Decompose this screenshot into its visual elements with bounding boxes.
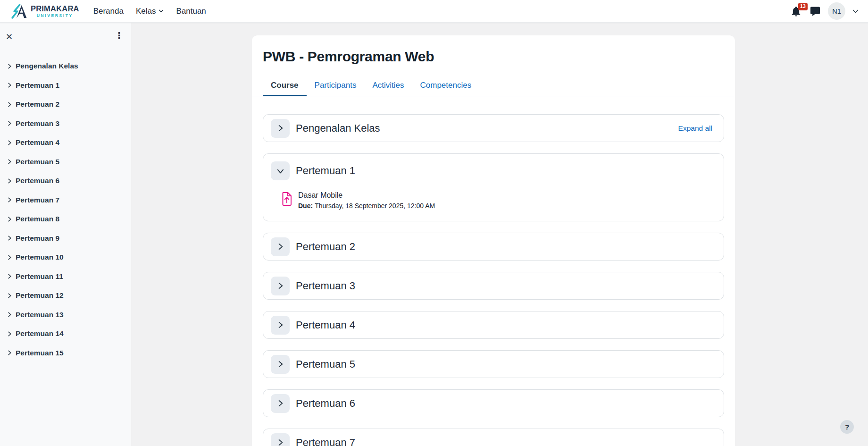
- tab-participants[interactable]: Participants: [307, 76, 365, 96]
- chevron-right-icon: [8, 83, 12, 88]
- collapse-toggle-chevron-right-icon[interactable]: [271, 394, 290, 413]
- sidebar-item-label: Pertemuan 2: [16, 100, 59, 109]
- nav-item-label: Beranda: [93, 7, 124, 16]
- user-menu-chevron-down-icon[interactable]: [852, 9, 859, 13]
- section-title[interactable]: Pertemuan 5: [296, 358, 355, 370]
- brand-logo[interactable]: PRIMAKARA UNIVERSITY: [10, 3, 79, 19]
- sidebar-item-pertemuan-10[interactable]: Pertemuan 10: [8, 252, 127, 263]
- collapse-toggle-chevron-right-icon[interactable]: [271, 277, 290, 295]
- sidebar-item-pertemuan-3[interactable]: Pertemuan 3: [8, 118, 127, 129]
- sidebar-item-pertemuan-5[interactable]: Pertemuan 5: [8, 156, 127, 168]
- chevron-right-icon: [8, 64, 12, 69]
- section-title[interactable]: Pertemuan 3: [296, 280, 355, 292]
- help-button[interactable]: ?: [840, 420, 854, 434]
- sidebar-item-label: Pertemuan 11: [16, 272, 63, 281]
- section-card-pertemuan-3: Pertemuan 3: [263, 272, 724, 300]
- collapse-toggle-chevron-down-icon[interactable]: [271, 161, 290, 180]
- chevron-right-icon: [8, 350, 12, 355]
- sidebar-item-label: Pertemuan 6: [16, 177, 59, 185]
- section-header: Pertemuan 6: [263, 390, 724, 417]
- chevron-right-icon: [8, 274, 12, 279]
- sidebar-item-pertemuan-13[interactable]: Pertemuan 13: [8, 309, 127, 320]
- sidebar-item-pertemuan-14[interactable]: Pertemuan 14: [8, 328, 127, 339]
- tab-activities[interactable]: Activities: [364, 76, 412, 96]
- course-tabs: Course Participants Activities Competenc…: [252, 76, 735, 96]
- chevron-right-icon: [8, 331, 12, 337]
- nav-item-bantuan[interactable]: Bantuan: [176, 7, 206, 16]
- chevron-right-icon: [8, 121, 12, 126]
- section-card-pertemuan-2: Pertemuan 2: [263, 233, 724, 261]
- chevron-right-icon: [8, 293, 12, 298]
- course-main-panel: PWB - Pemrograman Web Course Participant…: [252, 35, 735, 446]
- nav-item-label: Kelas: [136, 7, 156, 16]
- chat-bubble-icon: [810, 6, 821, 17]
- chevron-right-icon: [8, 197, 12, 202]
- collapse-toggle-chevron-right-icon[interactable]: [271, 355, 290, 374]
- user-avatar[interactable]: N1: [828, 2, 845, 20]
- activity-link[interactable]: Dasar Mobile: [298, 191, 435, 200]
- chevron-right-icon: [8, 217, 12, 222]
- course-header: PWB - Pemrograman Web: [252, 35, 735, 65]
- section-header: Pertemuan 2: [263, 233, 724, 260]
- sidebar-item-pertemuan-4[interactable]: Pertemuan 4: [8, 137, 127, 148]
- sidebar-item-pengenalan-kelas[interactable]: Pengenalan Kelas: [8, 60, 127, 72]
- activity-text: Dasar Mobile Due:Thursday, 18 September …: [298, 191, 435, 210]
- chevron-down-icon: [159, 9, 164, 13]
- sidebar-item-label: Pertemuan 9: [16, 234, 59, 243]
- notifications-button[interactable]: 13: [790, 5, 802, 17]
- sidebar-item-pertemuan-15[interactable]: Pertemuan 15: [8, 347, 127, 359]
- sidebar-item-label: Pertemuan 14: [16, 329, 64, 338]
- tab-competencies[interactable]: Competencies: [412, 76, 479, 96]
- course-sections: Pengenalan Kelas Expand all Pertemuan 1: [252, 96, 735, 446]
- section-header: Pertemuan 1: [263, 154, 724, 185]
- section-header: Pertemuan 7: [263, 429, 724, 446]
- section-header: Pertemuan 4: [263, 311, 724, 338]
- sidebar-item-pertemuan-12[interactable]: Pertemuan 12: [8, 290, 127, 301]
- sidebar-item-label: Pengenalan Kelas: [16, 62, 78, 70]
- sidebar-item-pertemuan-1[interactable]: Pertemuan 1: [8, 80, 127, 91]
- sidebar-item-label: Pertemuan 3: [16, 119, 59, 128]
- section-title[interactable]: Pengenalan Kelas: [296, 122, 380, 135]
- section-title[interactable]: Pertemuan 4: [296, 319, 355, 331]
- kebab-menu-icon[interactable]: ⋮: [115, 31, 124, 40]
- sidebar-item-pertemuan-8[interactable]: Pertemuan 8: [8, 213, 127, 225]
- sidebar-item-pertemuan-11[interactable]: Pertemuan 11: [8, 271, 127, 282]
- sidebar-item-pertemuan-9[interactable]: Pertemuan 9: [8, 233, 127, 244]
- nav-item-beranda[interactable]: Beranda: [93, 7, 124, 16]
- sidebar-item-label: Pertemuan 5: [16, 158, 59, 166]
- chevron-right-icon: [8, 312, 12, 317]
- chevron-right-icon: [8, 159, 12, 164]
- section-header: Pertemuan 5: [263, 351, 724, 378]
- section-title[interactable]: Pertemuan 7: [296, 437, 355, 446]
- section-card-pertemuan-6: Pertemuan 6: [263, 389, 724, 417]
- brand-text: PRIMAKARA UNIVERSITY: [31, 5, 79, 17]
- sidebar-item-pertemuan-7[interactable]: Pertemuan 7: [8, 194, 127, 206]
- collapse-toggle-chevron-right-icon[interactable]: [271, 119, 290, 138]
- collapse-toggle-chevron-right-icon[interactable]: [271, 237, 290, 256]
- tab-course[interactable]: Course: [263, 76, 307, 96]
- section-header: Pertemuan 3: [263, 272, 724, 299]
- due-label: Due:: [298, 202, 313, 210]
- collapse-toggle-chevron-right-icon[interactable]: [271, 316, 290, 335]
- section-title[interactable]: Pertemuan 2: [296, 241, 355, 253]
- collapse-toggle-chevron-right-icon[interactable]: [271, 433, 290, 446]
- section-card-pertemuan-5: Pertemuan 5: [263, 350, 724, 378]
- assignment-icon: [281, 192, 292, 206]
- section-card-pengenalan-kelas: Pengenalan Kelas Expand all: [263, 114, 724, 142]
- section-card-pertemuan-1: Pertemuan 1 Dasar Mobile Due:Thursday, 1…: [263, 153, 724, 221]
- section-title[interactable]: Pertemuan 6: [296, 397, 355, 410]
- sidebar-item-label: Pertemuan 8: [16, 215, 59, 223]
- nav-item-kelas[interactable]: Kelas: [136, 7, 164, 16]
- sidebar-item-label: Pertemuan 10: [16, 253, 64, 261]
- messages-button[interactable]: [810, 6, 821, 17]
- section-header: Pengenalan Kelas Expand all: [263, 115, 724, 142]
- course-index-drawer: ✕ ⋮ Pengenalan Kelas Pertemuan 1 Pertemu…: [0, 22, 131, 446]
- section-title[interactable]: Pertemuan 1: [296, 165, 355, 177]
- brand-name: PRIMAKARA: [31, 5, 79, 13]
- sidebar-item-pertemuan-6[interactable]: Pertemuan 6: [8, 175, 127, 186]
- close-drawer-icon[interactable]: ✕: [6, 33, 13, 41]
- section-card-pertemuan-4: Pertemuan 4: [263, 311, 724, 339]
- header-actions: 13 N1: [790, 0, 859, 22]
- sidebar-item-pertemuan-2[interactable]: Pertemuan 2: [8, 99, 127, 110]
- expand-all-link[interactable]: Expand all: [678, 124, 712, 133]
